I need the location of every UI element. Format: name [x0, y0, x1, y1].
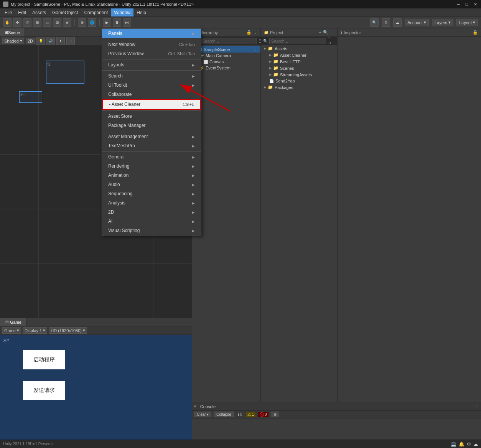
- menu-ai[interactable]: AI ▶: [102, 217, 201, 226]
- canvas-icon: ⬜: [203, 60, 208, 64]
- send-request-button[interactable]: 发送请求: [23, 381, 65, 400]
- project-file-send2yao[interactable]: 📄 Send2Yao: [261, 78, 337, 84]
- cloud-btn[interactable]: ☁: [393, 18, 402, 27]
- menu-previous-window[interactable]: Previous Window Ctrl+Shift+Tab: [102, 49, 201, 58]
- project-folder-scenes[interactable]: ▶ 📁 Scenes: [261, 65, 337, 71]
- menu-package-manager[interactable]: Package Manager: [102, 121, 201, 130]
- menu-sequencing[interactable]: Sequencing ▶: [102, 189, 201, 198]
- console-info-badge[interactable]: ℹ 0: [236, 412, 244, 417]
- tab-scene[interactable]: ⊞ Scene: [0, 28, 25, 36]
- menu-file[interactable]: File: [2, 8, 15, 16]
- tool-rotate[interactable]: ↺: [23, 18, 31, 27]
- gear-btn[interactable]: ⚙: [382, 18, 390, 27]
- console-clear-btn[interactable]: Clear ▾: [194, 412, 211, 417]
- minimize-button[interactable]: ─: [456, 2, 461, 7]
- project-filter-icon[interactable]: ☰ 21: [328, 37, 335, 45]
- menu-2d[interactable]: 2D ▶: [102, 208, 201, 217]
- tool-custom[interactable]: ◈: [63, 18, 71, 27]
- menu-component[interactable]: Component: [81, 8, 111, 16]
- scene-audio-btn[interactable]: 🔊: [46, 37, 55, 45]
- game-mode-dropdown[interactable]: Game ▾: [2, 327, 21, 334]
- console-icon: ≡: [194, 404, 196, 408]
- animation-submenu-arrow: ▶: [192, 173, 195, 178]
- start-program-button[interactable]: 启动程序: [23, 350, 65, 369]
- project-search-input[interactable]: [269, 38, 326, 44]
- menu-audio[interactable]: Audio ▶: [102, 180, 201, 189]
- hierarchy-more-icon[interactable]: ⋮: [253, 30, 257, 35]
- account-dropdown[interactable]: Account ▾: [405, 19, 429, 26]
- hierarchy-search-input[interactable]: [200, 38, 257, 44]
- sep-1: [102, 39, 201, 39]
- status-icon-3[interactable]: ⚙: [467, 441, 471, 447]
- hierarchy-tree: ▶ ⊞ SampleScene ⋮ 📷 Main Camera ▶ ⬜ Canv…: [192, 45, 260, 72]
- menu-rendering[interactable]: Rendering ▶: [102, 161, 201, 171]
- layout-dropdown[interactable]: Layout ▾: [456, 19, 478, 26]
- layers-dropdown[interactable]: Layers ▾: [432, 19, 453, 26]
- project-more-icon[interactable]: ⋮: [330, 30, 334, 35]
- hierarchy-canvas[interactable]: ▶ ⬜ Canvas: [196, 59, 260, 65]
- console-extra-btn[interactable]: ⊕: [271, 412, 279, 417]
- pause-btn[interactable]: ⏸: [113, 18, 121, 27]
- window-title: My project - SampleScene - PC, Mac & Lin…: [11, 2, 453, 7]
- console-collapse-btn[interactable]: Collapse: [214, 412, 234, 417]
- resolution-dropdown[interactable]: HD (1920x1080) ▾: [49, 327, 87, 334]
- sep-5: [102, 131, 201, 131]
- project-folder-streaming-assets[interactable]: ▶ 📁 StreamingAssets: [261, 71, 337, 78]
- shading-dropdown[interactable]: Shaded ▾: [2, 38, 24, 44]
- play-btn[interactable]: ▶: [103, 18, 111, 27]
- menu-help[interactable]: Help: [133, 8, 149, 16]
- console-more-icon[interactable]: ⋮: [475, 404, 479, 408]
- hierarchy-lock-icon[interactable]: 🔒: [246, 30, 252, 35]
- tool-scale[interactable]: ⊞: [33, 18, 41, 27]
- display-dropdown[interactable]: Display 1 ▾: [23, 327, 47, 334]
- search-btn[interactable]: 🔍: [370, 18, 379, 27]
- status-icon-2[interactable]: 🔔: [459, 441, 465, 447]
- console-error-badge[interactable]: 🚫 0: [258, 412, 269, 417]
- tool-rect[interactable]: ▭: [43, 18, 51, 27]
- project-folder-best-http[interactable]: ▶ 📁 Best HTTP: [261, 58, 337, 65]
- game-panel: 🎮 Game Game ▾ Display 1 ▾ HD (1920x1080)…: [0, 318, 192, 448]
- status-icon-1[interactable]: 💻: [451, 441, 456, 447]
- menu-general[interactable]: General ▶: [102, 152, 201, 161]
- menu-animation[interactable]: Animation ▶: [102, 171, 201, 180]
- hierarchy-eventsystem[interactable]: ⚡ EventSystem: [196, 65, 260, 71]
- tool-move[interactable]: ✥: [13, 18, 21, 27]
- menu-asset-management[interactable]: Asset Management ▶: [102, 132, 201, 141]
- menu-analysis[interactable]: Analysis ▶: [102, 198, 201, 208]
- scene-light-btn[interactable]: 💡: [36, 37, 45, 45]
- inspector-lock-icon[interactable]: 🔒: [473, 30, 478, 35]
- status-icons: 💻 🔔 ⚙ ☁: [451, 441, 478, 447]
- global-btn[interactable]: 🌐: [88, 18, 96, 27]
- menu-window[interactable]: Window: [111, 8, 133, 16]
- project-add-icon[interactable]: +: [319, 30, 321, 35]
- scene-fx-btn[interactable]: ✦: [56, 37, 65, 45]
- menu-panels[interactable]: Panels ▶: [102, 29, 201, 38]
- project-folder-assets[interactable]: ▶ 📁 Assets: [261, 45, 337, 52]
- menu-gameobject[interactable]: GameObject: [49, 8, 81, 16]
- project-folder-asset-cleaner[interactable]: ▶ 📁 Asset Cleaner: [261, 52, 337, 58]
- title-bar: My project - SampleScene - PC, Mac & Lin…: [0, 0, 481, 8]
- project-folder-packages[interactable]: ▶ 📁 Packages: [261, 84, 337, 91]
- menu-next-window[interactable]: Next Window Ctrl+Tab: [102, 40, 201, 49]
- tool-hand[interactable]: ✋: [3, 18, 12, 27]
- menu-textmeshpro[interactable]: TextMeshPro ▶: [102, 141, 201, 150]
- scene-gizmo-btn[interactable]: 0: [66, 37, 75, 45]
- menu-visual-scripting[interactable]: Visual Scripting ▶: [102, 226, 201, 235]
- status-icon-4[interactable]: ☁: [473, 441, 478, 447]
- menu-edit[interactable]: Edit: [15, 8, 29, 16]
- center-pivot-btn[interactable]: ⊕: [78, 18, 86, 27]
- maximize-button[interactable]: □: [464, 2, 469, 7]
- close-button[interactable]: ✕: [473, 2, 478, 7]
- 2d-toggle[interactable]: 2D: [26, 38, 35, 44]
- hierarchy-main-camera[interactable]: 📷 Main Camera: [196, 53, 260, 59]
- game-panel-tabs: 🎮 Game: [0, 318, 192, 326]
- tool-transform[interactable]: ⊠: [53, 18, 61, 27]
- hierarchy-more[interactable]: ⋮: [253, 47, 257, 52]
- tab-game[interactable]: 🎮 Game: [0, 318, 26, 326]
- step-btn[interactable]: ⏭: [123, 18, 131, 27]
- project-search-icon[interactable]: 🔍: [323, 30, 328, 35]
- menu-layouts[interactable]: Layouts ▶: [102, 60, 201, 69]
- console-warn-badge[interactable]: ⚠ 1: [246, 412, 255, 417]
- hierarchy-scene[interactable]: ▶ ⊞ SampleScene ⋮: [192, 46, 260, 53]
- menu-assets[interactable]: Assets: [29, 8, 49, 16]
